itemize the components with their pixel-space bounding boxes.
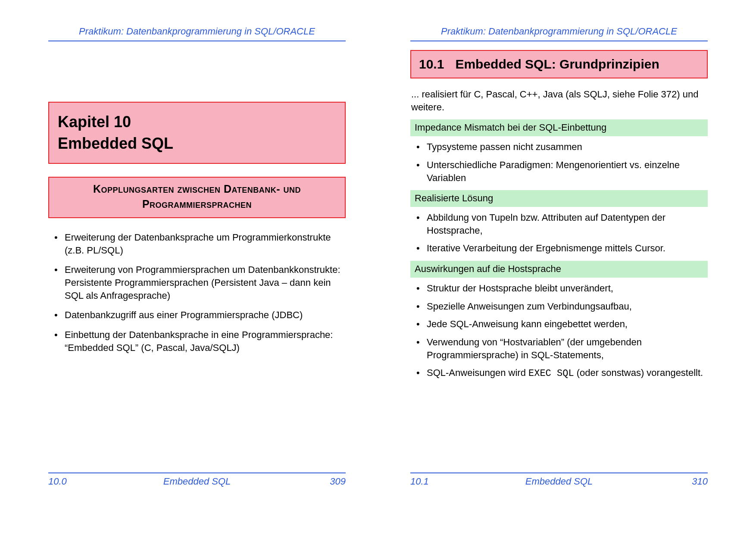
bullet-list-3: Struktur der Hostsprache bleibt unveränd… [410,282,708,380]
list-item: Einbettung der Datenbanksprache in eine … [48,329,346,354]
footer-title: Embedded SQL [100,476,294,487]
running-header: Praktikum: Datenbankprogrammierung in SQ… [48,26,346,41]
chapter-number: Kapitel 10 [58,113,336,131]
running-header: Praktikum: Datenbankprogrammierung in SQ… [410,26,708,41]
chapter-title-box: Kapitel 10 Embedded SQL [48,102,346,164]
bullet-list-2: Abbildung von Tupeln bzw. Attributen auf… [410,211,708,255]
subsection-title-box: Kopplungsarten zwischen Datenbank- und P… [48,177,346,218]
list-item: Struktur der Hostsprache bleibt unveränd… [410,282,708,295]
footer-section-number: 10.1 [410,476,462,487]
subsection-line1: Kopplungsarten zwischen Datenbank- und [56,183,338,195]
section-name: Embedded SQL: Grundprinzipien [455,57,659,71]
list-item: Jede SQL-Anweisung kann eingebettet werd… [410,318,708,331]
section-title-box: 10.1Embedded SQL: Grundprinzipien [410,50,708,78]
footer-page-number: 310 [656,476,708,487]
footer-title: Embedded SQL [462,476,656,487]
list-item: Erweiterung von Programmiersprachen um D… [48,263,346,302]
intro-paragraph: ... realisiert für C, Pascal, C++, Java … [411,88,708,113]
green-heading-3: Auswirkungen auf die Hostsprache [410,261,708,278]
bullet-list-1: Typsysteme passen nicht zusammen Untersc… [410,141,708,184]
chapter-name: Embedded SQL [58,135,336,153]
page-right: Praktikum: Datenbankprogrammierung in SQ… [387,17,731,500]
list-item: SQL-Anweisungen wird EXEC SQL (oder sons… [410,366,708,380]
text-segment: SQL-Anweisungen wird [427,367,528,378]
list-item: Erweiterung der Datenbanksprache um Prog… [48,231,346,257]
page-footer-right: 10.1 Embedded SQL 310 [410,472,708,487]
green-heading-1: Impedance Mismatch bei der SQL-Einbettun… [410,119,708,136]
footer-page-number: 309 [294,476,346,487]
subsection-line2: Programmiersprachen [56,198,338,210]
list-item: Abbildung von Tupeln bzw. Attributen auf… [410,211,708,237]
page-content-left: Kapitel 10 Embedded SQL Kopplungsarten z… [48,50,346,472]
list-item: Datenbankzugriff aus einer Programmiersp… [48,309,346,322]
footer-section-number: 10.0 [48,476,100,487]
list-item: Typsysteme passen nicht zusammen [410,141,708,153]
list-item: Unterschiedliche Paradigmen: Mengenorien… [410,159,708,184]
page-content-right: 10.1Embedded SQL: Grundprinzipien ... re… [410,50,708,472]
page-footer-left: 10.0 Embedded SQL 309 [48,472,346,487]
green-heading-2: Realisierte Lösung [410,190,708,207]
page-left: Praktikum: Datenbankprogrammierung in SQ… [25,17,369,500]
list-item: Spezielle Anweisungen zum Verbindungsauf… [410,300,708,313]
code-segment: EXEC SQL [528,368,574,379]
text-segment: (oder sonstwas) vorangestellt. [574,367,703,378]
bullet-list-left: Erweiterung der Datenbanksprache um Prog… [48,231,346,354]
list-item: Verwendung von “Hostvariablen” (der umge… [410,336,708,361]
list-item: Iterative Verarbeitung der Ergebnismenge… [410,242,708,255]
section-number: 10.1 [419,57,444,72]
